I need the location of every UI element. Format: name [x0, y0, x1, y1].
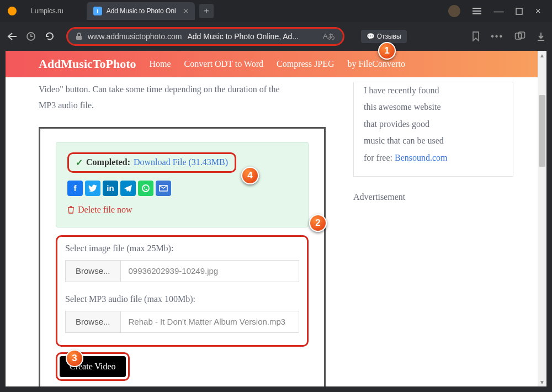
close-window-icon[interactable]: ×: [535, 6, 541, 17]
site-navbar: AddMusicToPhoto Home Convert ODT to Word…: [6, 51, 546, 77]
back-icon[interactable]: [7, 33, 18, 40]
svg-point-8: [142, 185, 149, 192]
extensions-icon[interactable]: [514, 31, 526, 41]
translate-icon[interactable]: Aあ: [323, 31, 335, 41]
linkedin-icon[interactable]: in: [103, 181, 118, 196]
tab-lumpics[interactable]: Lumpics.ru: [24, 2, 70, 20]
completed-label: Completed:: [86, 157, 130, 167]
intro-line: Video" button. Can take some time depend…: [39, 84, 280, 94]
new-tab-button[interactable]: +: [199, 4, 214, 18]
avatar[interactable]: [448, 5, 460, 17]
reviews-label: Отзывы: [377, 33, 401, 40]
upload-form: Select image file (max 25Mb): Browse... …: [56, 235, 309, 347]
delete-label: Delete file now: [78, 205, 132, 215]
nav-convert[interactable]: Convert ODT to Word: [184, 59, 263, 69]
bensound-link[interactable]: Bensound.com: [395, 153, 448, 162]
speech-icon: 💬: [367, 33, 375, 40]
scrollbar[interactable]: ▲ ▼: [538, 51, 546, 386]
download-icon[interactable]: [537, 31, 545, 41]
tool-panel: ✓ Completed: Download File (31.43MB) f i…: [39, 127, 326, 386]
sidebar-line: for free:: [364, 153, 395, 162]
more-icon[interactable]: •••: [491, 31, 503, 41]
email-icon[interactable]: [156, 181, 171, 196]
page-columns: Video" button. Can take some time depend…: [6, 77, 546, 386]
window-controls: — ×: [448, 5, 552, 17]
check-icon: ✓: [76, 157, 83, 168]
annotation-badge-1: 1: [378, 42, 396, 60]
tab-label: Lumpics.ru: [31, 7, 63, 15]
telegram-icon[interactable]: [120, 181, 136, 196]
delete-file-link[interactable]: Delete file now: [67, 205, 297, 215]
completed-pill: ✓ Completed: Download File (31.43MB): [67, 152, 236, 173]
share-row: f in: [67, 181, 297, 196]
address-bar[interactable]: www.addmusictophoto.com Add Music to Pho…: [66, 27, 344, 46]
menu-icon[interactable]: [473, 7, 481, 15]
history-icon[interactable]: [25, 31, 36, 41]
audio-file-row: Browse... Rehab - It Don't Matter Album …: [65, 311, 299, 333]
audio-label: Select MP3 audio file (max 100Mb):: [65, 294, 299, 304]
minimize-icon[interactable]: —: [493, 6, 503, 17]
facebook-icon[interactable]: f: [67, 181, 83, 196]
browser-titlebar: Lumpics.ru i Add Music to Photo Onl × + …: [0, 0, 552, 22]
close-tab-icon[interactable]: ×: [184, 7, 188, 15]
tab-label: Add Music to Photo Onl: [107, 7, 176, 15]
tab-addmusic[interactable]: i Add Music to Photo Onl ×: [87, 2, 195, 20]
page-viewport: AddMusicToPhoto Home Convert ODT to Word…: [6, 51, 546, 386]
intro-text: Video" button. Can take some time depend…: [39, 82, 326, 114]
scroll-thumb[interactable]: [539, 95, 545, 167]
url-domain: www.addmusictophoto.com: [88, 32, 182, 41]
annotation-badge-4: 4: [241, 167, 259, 184]
browse-image-button[interactable]: Browse...: [66, 261, 121, 282]
browser-navbar: www.addmusictophoto.com Add Music to Pho…: [0, 22, 552, 51]
svg-rect-5: [76, 36, 82, 40]
audio-filename: Rehab - It Don't Matter Album Version.mp…: [121, 311, 299, 332]
yandex-logo-icon[interactable]: [8, 7, 17, 15]
advertisement-label: Advertisement: [353, 192, 513, 202]
sidebar-line: I have recently found: [364, 86, 439, 95]
sidebar-line: that provides good: [364, 119, 429, 129]
reload-icon[interactable]: [44, 31, 55, 41]
whatsapp-icon[interactable]: [138, 181, 153, 196]
site-logo[interactable]: AddMusicToPhoto: [39, 57, 136, 71]
trash-icon: [67, 205, 75, 214]
image-label: Select image file (max 25Mb):: [65, 243, 299, 253]
scroll-up-icon[interactable]: ▲: [538, 51, 546, 60]
lock-icon: [76, 33, 82, 40]
bookmark-icon[interactable]: [472, 31, 480, 41]
image-filename: 09936202939-10249.jpg: [121, 261, 299, 282]
scroll-down-icon[interactable]: ▼: [538, 378, 546, 386]
reviews-button[interactable]: 💬 Отзывы: [361, 30, 407, 43]
navbar-right: •••: [472, 31, 545, 41]
nav-by[interactable]: by FileConverto: [347, 59, 405, 69]
intro-line: MP3 audio file.: [39, 100, 94, 110]
completed-row: ✓ Completed: Download File (31.43MB): [67, 152, 297, 173]
download-link[interactable]: Download File (31.43MB): [134, 157, 228, 167]
svg-rect-3: [516, 8, 522, 14]
nav-compress[interactable]: Compress JPEG: [277, 59, 334, 69]
nav-home[interactable]: Home: [149, 59, 171, 69]
url-title: Add Music to Photo Online, Ad...: [187, 32, 299, 41]
twitter-icon[interactable]: [85, 181, 100, 196]
annotation-badge-2: 2: [309, 214, 327, 232]
maximize-icon[interactable]: [516, 8, 523, 15]
image-file-row: Browse... 09936202939-10249.jpg: [65, 260, 299, 282]
success-panel: ✓ Completed: Download File (31.43MB) f i…: [56, 142, 309, 227]
main-column: Video" button. Can take some time depend…: [39, 82, 326, 386]
sidebar-column: I have recently found this awesome websi…: [353, 82, 513, 386]
sidebar-line: music that can be used: [364, 136, 444, 145]
browse-audio-button[interactable]: Browse...: [66, 311, 121, 332]
address-bar-wrap: www.addmusictophoto.com Add Music to Pho…: [66, 27, 344, 46]
sidebar-line: this awesome website: [364, 102, 441, 112]
annotation-badge-3: 3: [66, 349, 83, 367]
sidebar-note: I have recently found this awesome websi…: [353, 82, 513, 177]
tab-favicon-icon: i: [93, 7, 102, 15]
